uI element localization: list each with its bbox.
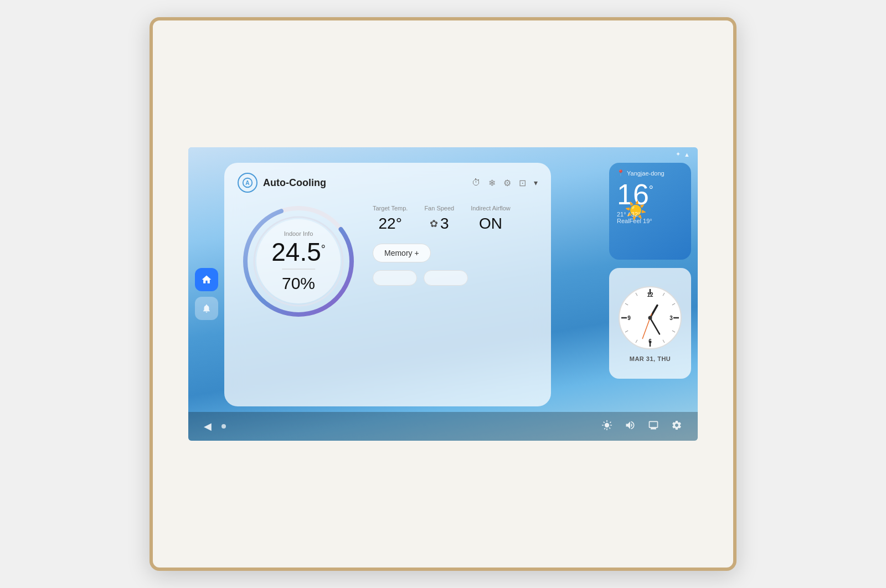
brand-logo-icon: A — [241, 177, 254, 189]
airflow-value: ON — [471, 215, 511, 233]
gauge-inner: Indoor Info 24.5° 70% — [271, 230, 326, 293]
gauge-divider — [282, 269, 315, 270]
fan-speed-label: Fan Speed — [424, 205, 454, 212]
clock-face: 12 3 6 9 — [617, 285, 683, 351]
wifi-icon: ▲ — [684, 151, 690, 158]
export-icon[interactable]: ⊡ — [519, 178, 526, 188]
settings-icon[interactable]: ⚙ — [503, 178, 511, 188]
bottom-bar: ◀ — [188, 412, 698, 441]
svg-text:12: 12 — [647, 292, 653, 298]
brand-name: Auto-Cooling — [263, 177, 326, 189]
screen-icon — [648, 420, 659, 431]
humidity-value: 70% — [271, 274, 326, 293]
toggle-pill-1[interactable] — [373, 270, 417, 286]
sidebar-bell-button[interactable] — [195, 297, 218, 320]
svg-text:6: 6 — [648, 338, 652, 344]
brightness-icon — [601, 420, 612, 431]
ac-card: A Auto-Cooling ⏱ ❄ ⚙ ⊡ ▾ — [224, 163, 551, 406]
temp-degree-symbol: ° — [321, 244, 326, 255]
gear-icon — [671, 420, 682, 431]
right-panel: Target Temp. 22° Fan Speed ✿ 3 Indirect … — [359, 200, 538, 286]
weather-range: 21° / 32° — [617, 211, 683, 218]
bluetooth-icon: ✦ — [676, 151, 681, 158]
sidebar-home-button[interactable] — [195, 268, 218, 291]
svg-text:A: A — [245, 180, 250, 186]
device-frame: ✦ ▲ — [150, 17, 736, 571]
home-dot[interactable] — [222, 424, 226, 429]
bottom-right — [601, 420, 682, 434]
clock-icon[interactable]: ⏱ — [472, 178, 481, 188]
gear-button[interactable] — [671, 420, 682, 434]
fan-speed-value: ✿ 3 — [424, 215, 454, 233]
volume-icon — [625, 420, 636, 431]
weather-widget: 📍 Yangjae-dong 16° ☀️ 21° / 32° RealFeel… — [609, 163, 691, 260]
gauge-container: Indoor Info 24.5° 70% — [238, 200, 359, 322]
temperature-display: 24.5° — [271, 239, 326, 265]
svg-text:9: 9 — [627, 315, 631, 321]
airflow-label: Indirect Airflow — [471, 205, 511, 212]
volume-button[interactable] — [625, 420, 636, 434]
clock-svg: 12 3 6 9 — [617, 285, 683, 351]
weather-location: 📍 Yangjae-dong — [617, 169, 683, 177]
temperature-value: 24.5 — [271, 239, 321, 265]
svg-point-26 — [648, 316, 652, 320]
screen-button[interactable] — [648, 420, 659, 434]
status-bar: ✦ ▲ — [676, 151, 690, 158]
info-row: Target Temp. 22° Fan Speed ✿ 3 Indirect … — [373, 205, 538, 233]
screen: ✦ ▲ — [188, 147, 698, 441]
card-header: A Auto-Cooling ⏱ ❄ ⚙ ⊡ ▾ — [238, 173, 538, 193]
weather-realfeel: RealFeel 19° — [617, 218, 683, 224]
brand-area: A Auto-Cooling — [238, 173, 326, 193]
fan-speed-item: Fan Speed ✿ 3 — [424, 205, 454, 233]
card-body: Indoor Info 24.5° 70% Target Temp. 22° — [238, 200, 538, 322]
sidebar — [195, 268, 218, 320]
weather-deg-symbol: ° — [649, 184, 653, 195]
chevron-down-icon[interactable]: ▾ — [534, 178, 538, 187]
fan-spin-icon: ✿ — [430, 218, 438, 230]
svg-text:3: 3 — [669, 315, 673, 321]
toggle-row — [373, 270, 538, 286]
bottom-left: ◀ — [204, 420, 226, 432]
location-pin-icon: 📍 — [617, 169, 625, 177]
header-icons: ⏱ ❄ ⚙ ⊡ ▾ — [472, 178, 538, 188]
clock-date: MAR 31, THU — [630, 355, 671, 362]
bell-icon — [202, 303, 212, 313]
brightness-button[interactable] — [601, 420, 612, 434]
target-temp-item: Target Temp. 22° — [373, 205, 408, 233]
home-icon — [201, 274, 212, 285]
toggle-pill-2[interactable] — [424, 270, 468, 286]
brand-logo: A — [238, 173, 257, 193]
fan-mode-icon[interactable]: ❄ — [488, 178, 496, 188]
airflow-item: Indirect Airflow ON — [471, 205, 511, 233]
memory-button[interactable]: Memory + — [373, 244, 431, 262]
back-button[interactable]: ◀ — [204, 420, 212, 432]
target-temp-label: Target Temp. — [373, 205, 408, 212]
clock-widget: 12 3 6 9 MAR 31, THU — [609, 268, 691, 379]
indoor-label: Indoor Info — [271, 230, 326, 237]
target-temp-value: 22° — [373, 215, 408, 233]
